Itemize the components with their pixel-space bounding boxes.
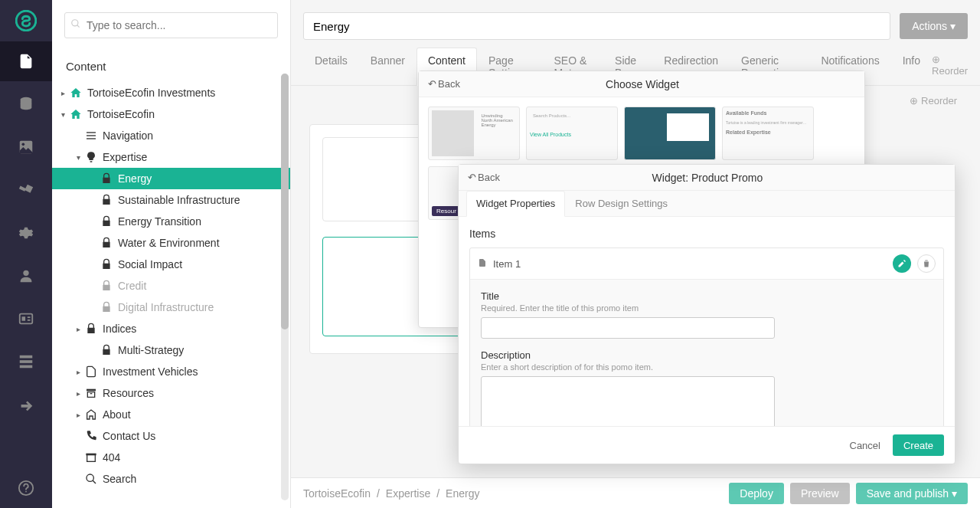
tree-item[interactable]: Navigation: [52, 125, 290, 146]
desc-field-label: Description: [481, 349, 933, 361]
crumb[interactable]: Expertise: [386, 487, 430, 500]
rail-layout-icon[interactable]: [0, 342, 52, 382]
tab-info[interactable]: Info: [891, 48, 932, 85]
svg-rect-21: [87, 454, 96, 461]
tree-item[interactable]: Contact Us: [52, 425, 290, 447]
description-input[interactable]: [481, 376, 775, 426]
title-field-help: Required. Enter the title of this promo …: [481, 303, 933, 313]
preview-button[interactable]: Preview: [790, 483, 850, 504]
widget-thumb[interactable]: [624, 107, 716, 160]
svg-rect-9: [20, 356, 33, 359]
widget-thumb[interactable]: Search Products...View All Products: [526, 107, 618, 160]
tree-item[interactable]: Sustainable Infrastructure: [52, 189, 290, 211]
crumb[interactable]: TortoiseEcofin: [303, 487, 371, 500]
svg-rect-11: [20, 365, 33, 369]
svg-rect-6: [22, 316, 26, 321]
svg-rect-20: [90, 393, 93, 394]
rail-card-icon[interactable]: [0, 299, 52, 339]
svg-rect-19: [87, 389, 96, 392]
breadcrumb: TortoiseEcofin / Expertise / Energy Depl…: [291, 477, 980, 508]
tree-item[interactable]: Energy Transition: [52, 211, 290, 232]
app-logo: [15, 9, 38, 32]
item-row: Item 1 Title Required. Enter the title o…: [469, 247, 944, 426]
content-tree: ▸TortoiseEcofin Investments▾TortoiseEcof…: [52, 82, 290, 508]
rail-help-icon[interactable]: [0, 468, 52, 508]
svg-line-24: [93, 480, 96, 483]
deploy-button[interactable]: Deploy: [729, 483, 784, 504]
tab-row-design[interactable]: Row Design Settings: [565, 191, 678, 216]
rail-database-icon[interactable]: [0, 84, 52, 124]
rail-user-icon[interactable]: [0, 256, 52, 296]
edit-icon[interactable]: [893, 254, 911, 273]
product-promo-modal: ↶ Back Widget: Product Promo Widget Prop…: [458, 164, 956, 464]
tree-item[interactable]: Social Impact: [52, 254, 290, 275]
title-field-label: Title: [481, 290, 933, 302]
tree-item[interactable]: ▸About: [52, 404, 290, 425]
actions-button[interactable]: Actions ▾: [900, 13, 968, 39]
tab-details[interactable]: Details: [303, 48, 359, 85]
svg-point-13: [25, 491, 27, 493]
item-name: Item 1: [493, 258, 887, 270]
svg-point-23: [87, 474, 93, 481]
reorder-link[interactable]: ⊕ Reorder: [910, 95, 957, 107]
tree-item[interactable]: ▸Investment Vehicles: [52, 361, 290, 382]
doc-icon: [478, 257, 487, 270]
tree-item[interactable]: Water & Environment: [52, 232, 290, 254]
search-input[interactable]: [64, 12, 278, 38]
modal-title: Widget: Product Promo: [500, 172, 915, 184]
tree-item[interactable]: ▾TortoiseEcofin: [52, 103, 290, 125]
tree-item[interactable]: Search: [52, 468, 290, 490]
rail-media-icon[interactable]: [0, 127, 52, 167]
content-sidebar: Content ▸TortoiseEcofin Investments▾Tort…: [52, 0, 291, 508]
page-title-input[interactable]: [303, 12, 890, 40]
cancel-button[interactable]: Cancel: [850, 440, 880, 451]
tab-widget-properties[interactable]: Widget Properties: [466, 191, 565, 217]
tree-item[interactable]: Energy: [52, 168, 290, 189]
back-link[interactable]: ↶ Back: [468, 172, 500, 183]
icon-rail: [0, 0, 52, 508]
items-label: Items: [469, 228, 944, 240]
svg-point-3: [22, 143, 25, 146]
tree-item[interactable]: Digital Infrastructure: [52, 297, 290, 318]
reorder-link[interactable]: ⊕ Reorder: [932, 48, 968, 85]
publish-button[interactable]: Save and publish ▾: [856, 483, 968, 504]
svg-rect-17: [87, 135, 96, 136]
rail-settings-icon[interactable]: [0, 170, 52, 210]
rail-gear-icon[interactable]: [0, 213, 52, 253]
tree-item[interactable]: 404: [52, 447, 290, 468]
sidebar-title: Content: [52, 51, 290, 82]
svg-rect-22: [86, 454, 96, 456]
tab-banner[interactable]: Banner: [359, 48, 416, 85]
back-link[interactable]: ↶ Back: [428, 78, 460, 90]
svg-rect-18: [87, 138, 96, 139]
svg-point-4: [23, 270, 28, 276]
svg-rect-5: [20, 314, 33, 324]
svg-rect-10: [20, 360, 33, 363]
widget-thumb[interactable]: Unwinding North American Energy: [428, 107, 520, 160]
title-input[interactable]: [481, 317, 775, 339]
rail-content-icon[interactable]: [0, 41, 52, 81]
trash-icon[interactable]: [917, 254, 936, 273]
desc-field-help: Enter a short description of for this po…: [481, 362, 933, 372]
tree-item[interactable]: ▸Indices: [52, 318, 290, 339]
modal-title: Choose Widget: [460, 78, 825, 90]
rail-arrow-icon[interactable]: [0, 385, 52, 424]
create-button[interactable]: Create: [893, 434, 944, 456]
widget-thumb[interactable]: Available FundsTortoise is a leading inv…: [722, 107, 814, 160]
tree-item[interactable]: ▾Expertise: [52, 146, 290, 168]
crumb: Energy: [446, 487, 479, 500]
tree-item[interactable]: ▸Resources: [52, 382, 290, 404]
tree-item[interactable]: Credit: [52, 275, 290, 297]
svg-rect-16: [87, 132, 96, 133]
tree-item[interactable]: ▸TortoiseEcofin Investments: [52, 82, 290, 103]
tree-item[interactable]: Multi-Strategy: [52, 339, 290, 361]
